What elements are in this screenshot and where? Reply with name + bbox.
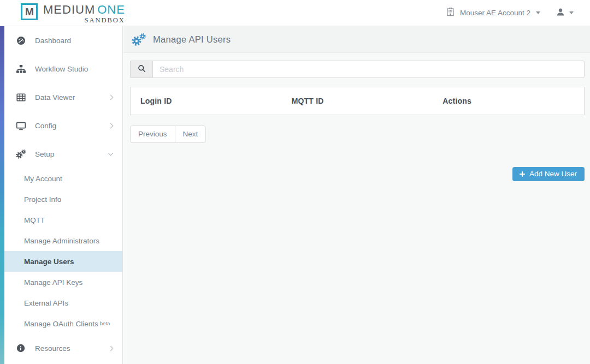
sidebar-subitem-manage-api-keys[interactable]: Manage API Keys [4,272,122,293]
page-title-bar: Manage API Users [123,26,590,53]
sidebar-gradient-stripe [0,26,4,364]
logo-text: MEDIUMONE SANDBOX [43,2,125,24]
search-group [130,61,585,78]
brand-one: ONE [97,3,125,16]
add-new-user-label: Add New User [529,170,577,178]
brand-medium: MEDIUM [43,3,95,16]
column-header-login-id: Login ID [131,87,282,115]
chevron-right-icon [108,123,114,128]
sidebar-item-workflow-studio[interactable]: Workflow Studio [4,55,122,83]
info-circle-icon [15,343,26,354]
sidebar-subitem-label: Manage API Keys [24,278,82,287]
chevron-right-icon [108,345,114,351]
gears-icon [131,33,146,46]
api-users-table: Login ID MQTT ID Actions [131,87,584,115]
search-icon [137,64,146,75]
sidebar-subitem-label: Manage OAuth Clients [24,320,98,328]
sidebar-subitem-label: MQTT [24,216,45,224]
pagination: Previous Next [130,126,206,143]
user-menu[interactable] [556,7,574,19]
account-name-label: Mouser AE Account 2 [460,9,530,17]
account-switcher[interactable]: Mouser AE Account 2 [445,7,540,19]
table-header-row: Login ID MQTT ID Actions [131,87,584,115]
sidebar-nav: Dashboard Workflow Studio [4,26,122,362]
main-content: Manage API Users Login ID MQTT ID [123,26,590,364]
brand-sandbox-label: SANDBOX [84,16,125,24]
top-right-controls: Mouser AE Account 2 [445,7,574,19]
sidebar-subitem-external-apis[interactable]: External APIs [4,293,122,313]
sidebar-item-label: Config [35,122,109,130]
sidebar: Dashboard Workflow Studio [0,26,123,364]
sidebar-item-label: Data Viewer [35,93,109,102]
sidebar-subitem-label: Manage Users [24,258,74,266]
api-users-table-panel: Login ID MQTT ID Actions [130,87,585,115]
column-header-mqtt-id: MQTT ID [282,87,433,115]
previous-page-button[interactable]: Previous [130,126,175,143]
sidebar-item-label: Workflow Studio [35,65,113,73]
sidebar-item-resources[interactable]: Resources [4,334,122,362]
sidebar-subitem-label: External APIs [24,299,68,307]
sidebar-subitem-label: Manage Administrators [24,237,99,245]
sidebar-subitem-manage-oauth-clients[interactable]: Manage OAuth Clients beta [4,313,122,334]
sidebar-item-setup[interactable]: Setup [4,140,122,168]
gears-icon [15,148,26,159]
chevron-down-icon [536,11,540,14]
sidebar-subitem-mqtt[interactable]: MQTT [4,210,122,230]
content-area: Login ID MQTT ID Actions Previous Next A… [123,53,590,181]
monitor-icon [15,120,26,131]
building-icon [445,7,456,19]
dashboard-gauge-icon [15,35,26,46]
top-header: M MEDIUMONE SANDBOX Mouser AE Account 2 [0,0,590,26]
next-page-button[interactable]: Next [175,126,206,143]
plus-icon [519,171,526,177]
add-new-user-button[interactable]: Add New User [512,167,585,181]
search-input[interactable] [152,61,585,78]
sidebar-subitem-project-info[interactable]: Project Info [4,189,122,210]
brand-name: MEDIUMONE [43,3,125,16]
sidebar-item-label: Setup [35,150,109,158]
sidebar-item-config[interactable]: Config [4,111,122,140]
setup-submenu: My Account Project Info MQTT Manage Admi… [4,168,122,334]
column-header-actions: Actions [433,87,584,115]
sidebar-item-label: Resources [35,344,109,353]
sidebar-subitem-label: My Account [24,175,62,183]
chevron-down-icon [108,151,114,156]
chevron-down-icon [569,11,574,14]
sidebar-item-label: Dashboard [35,37,113,45]
sidebar-subitem-manage-users[interactable]: Manage Users [4,251,122,272]
search-button[interactable] [130,61,152,78]
chevron-right-icon [108,94,114,100]
sidebar-subitem-label: Project Info [24,195,61,204]
sidebar-subitem-manage-administrators[interactable]: Manage Administrators [4,230,122,251]
data-table-icon [15,92,26,103]
sidebar-item-dashboard[interactable]: Dashboard [4,26,122,55]
user-icon [556,7,565,19]
sidebar-subitem-my-account[interactable]: My Account [4,168,122,189]
workflow-sitemap-icon [15,63,26,74]
sidebar-item-data-viewer[interactable]: Data Viewer [4,83,122,111]
action-row: Add New User [130,167,585,181]
page-title: Manage API Users [153,34,231,45]
logo-m-mark-icon: M [21,3,38,20]
medium-one-logo[interactable]: M MEDIUMONE SANDBOX [21,2,125,24]
